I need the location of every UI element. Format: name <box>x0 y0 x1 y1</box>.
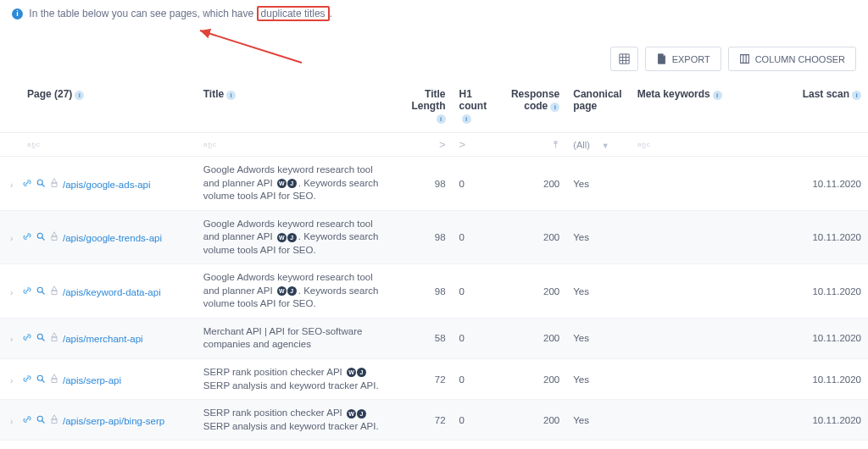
cell-canonical: Yes <box>566 210 630 264</box>
hint-icon: i <box>226 91 236 100</box>
table-row: ›/apis/keyword-data-apiGoogle Adwords ke… <box>0 264 868 319</box>
hint-icon: i <box>75 91 84 100</box>
cell-meta-keywords <box>631 318 786 358</box>
filter-title[interactable] <box>197 133 398 157</box>
filter-title-length[interactable]: > <box>398 133 453 157</box>
expand-row-toggle[interactable]: › <box>10 335 19 344</box>
filter-last-scan[interactable] <box>786 133 868 157</box>
cms-badge: WJ <box>277 179 297 188</box>
cell-meta-keywords <box>631 264 786 319</box>
col-header-response-code[interactable]: Response codei <box>503 80 566 133</box>
chevron-right-icon: > <box>459 138 466 151</box>
column-chooser-label: COLUMN CHOOSER <box>755 54 845 64</box>
cell-title: Merchant API | API for SEO-software comp… <box>197 318 398 358</box>
cell-response-code: 200 <box>503 359 566 400</box>
layout-toggle-button[interactable] <box>610 47 638 71</box>
cell-title: Google Adwords keyword research tool and… <box>197 210 398 264</box>
filter-canonical[interactable]: (All)▼ <box>566 133 630 157</box>
export-button[interactable]: EXPORT <box>645 47 721 71</box>
col-header-canonical[interactable]: Canonical page <box>566 80 630 133</box>
cell-page: ›/apis/google-trends-api <box>0 210 197 264</box>
cell-h1-count: 0 <box>453 359 503 400</box>
page-url-link[interactable]: /apis/keyword-data-api <box>63 287 161 297</box>
expand-row-toggle[interactable]: › <box>10 234 19 243</box>
cell-last-scan: 10.11.2020 <box>786 359 868 400</box>
cell-last-scan: 10.11.2020 <box>786 318 868 358</box>
expand-row-toggle[interactable]: › <box>10 376 19 385</box>
table-row: ›/apis/serp-api/bing-serpSERP rank posit… <box>0 400 868 441</box>
cell-title-length: 98 <box>398 264 453 319</box>
cell-meta-keywords <box>631 157 786 211</box>
expand-row-toggle[interactable]: › <box>10 180 19 190</box>
cell-response-code: 200 <box>503 318 566 358</box>
crawl-icon[interactable] <box>49 414 59 426</box>
cell-last-scan: 10.11.2020 <box>786 264 868 319</box>
cell-title: SERP rank position checker API WJ SERP a… <box>197 400 398 441</box>
page-url-link[interactable]: /apis/google-ads-api <box>63 180 151 190</box>
crawl-icon[interactable] <box>49 374 59 385</box>
page-url-link[interactable]: /apis/merchant-api <box>63 334 143 344</box>
filter-response-code[interactable]: ⇤ <box>503 133 566 157</box>
filter-h1[interactable]: > <box>453 133 503 157</box>
open-link-icon[interactable] <box>22 414 32 426</box>
open-link-icon[interactable] <box>22 231 32 243</box>
crawl-icon[interactable] <box>49 332 59 344</box>
inspect-icon[interactable] <box>36 178 46 190</box>
col-header-title-length[interactable]: Title Lengthi <box>398 80 453 133</box>
range-icon: ⇤ <box>550 141 561 148</box>
cell-last-scan: 10.11.2020 <box>786 441 868 449</box>
crawl-icon[interactable] <box>49 178 59 190</box>
filter-page[interactable] <box>0 133 197 157</box>
cell-h1-count: 0 <box>453 441 503 449</box>
open-link-icon[interactable] <box>22 178 32 190</box>
cell-response-code: 200 <box>503 264 566 319</box>
page-url-link[interactable]: /apis/google-trends-api <box>63 233 162 243</box>
cell-title-length: 72 <box>398 359 453 400</box>
open-link-icon[interactable] <box>22 374 32 385</box>
chevron-right-icon: > <box>439 138 446 151</box>
cell-meta-keywords <box>631 400 786 441</box>
inspect-icon[interactable] <box>36 332 46 344</box>
cell-h1-count: 0 <box>453 157 503 211</box>
filter-meta-keywords[interactable] <box>631 133 786 157</box>
cell-title: SERP rank position checker API WJ SERP a… <box>197 359 398 400</box>
page-url-link[interactable]: /apis/serp-api <box>63 375 121 385</box>
open-link-icon[interactable] <box>22 285 32 297</box>
cell-response-code: 200 <box>503 441 566 449</box>
crawl-icon[interactable] <box>49 285 59 297</box>
banner-text-before: In the table below you can see pages, wh… <box>29 8 256 19</box>
cell-last-scan: 10.11.2020 <box>786 157 868 211</box>
table-row: ›/apis/google-ads-apiGoogle Adwords keyw… <box>0 157 868 211</box>
cell-h1-count: 0 <box>453 210 503 264</box>
col-header-page[interactable]: Page (27)i <box>0 80 197 133</box>
info-icon: i <box>12 8 23 19</box>
hint-icon: i <box>852 91 861 100</box>
col-header-title[interactable]: Titlei <box>197 80 398 133</box>
table-row: ›/apis/merchant-apiMerchant API | API fo… <box>0 318 868 358</box>
table-filter-row: > > ⇤ (All)▼ <box>0 133 868 157</box>
col-header-h1-count[interactable]: H1 counti <box>453 80 503 133</box>
inspect-icon[interactable] <box>36 374 46 385</box>
cms-badge: WJ <box>347 368 366 377</box>
cell-canonical: Yes <box>566 318 630 358</box>
inspect-icon[interactable] <box>36 414 46 426</box>
col-header-last-scan[interactable]: Last scani <box>786 80 868 133</box>
inspect-icon[interactable] <box>36 285 46 297</box>
expand-row-toggle[interactable]: › <box>10 417 19 426</box>
cell-title-length: 58 <box>398 318 453 358</box>
column-chooser-button[interactable]: COLUMN CHOOSER <box>728 47 856 71</box>
table-row: ›/apis/google-trends-apiGoogle Adwords k… <box>0 210 868 264</box>
page-url-link[interactable]: /apis/serp-api/bing-serp <box>63 416 164 426</box>
cms-badge: WJ <box>277 233 297 242</box>
expand-row-toggle[interactable]: › <box>10 288 19 297</box>
info-banner: i In the table below you can see pages, … <box>0 0 868 43</box>
text-filter-icon <box>637 139 653 148</box>
open-link-icon[interactable] <box>22 332 32 344</box>
cell-title-length: 98 <box>398 210 453 264</box>
col-header-meta-keywords[interactable]: Meta keywordsi <box>631 80 786 133</box>
cell-page: ›/apis/merchant-api <box>0 318 197 358</box>
cell-canonical: Yes <box>566 157 630 211</box>
export-label: EXPORT <box>672 54 710 64</box>
inspect-icon[interactable] <box>36 231 46 243</box>
crawl-icon[interactable] <box>49 231 59 243</box>
